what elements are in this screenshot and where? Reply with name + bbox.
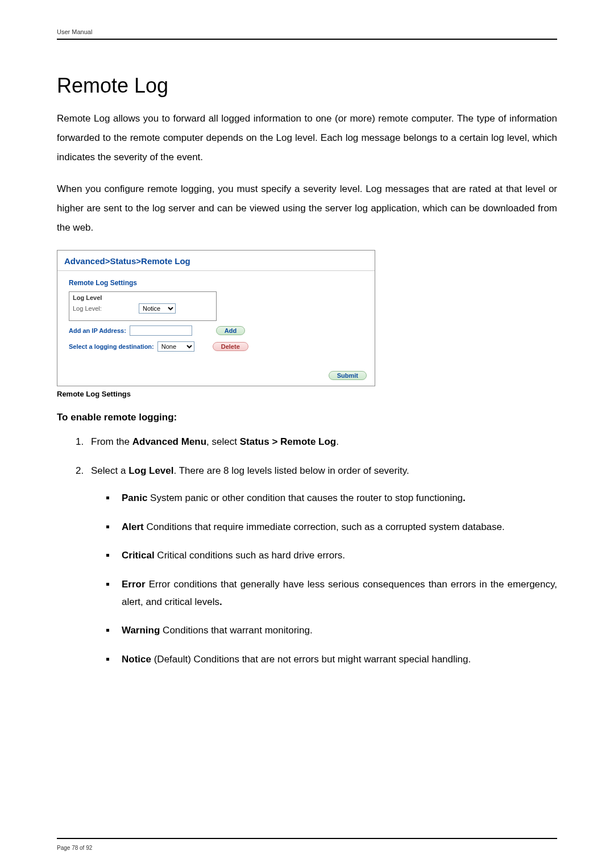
- alert-text: Conditions that require immediate correc…: [144, 521, 505, 532]
- error-text: Error conditions that generally have les…: [122, 579, 557, 607]
- intro-paragraph-2: When you configure remote logging, you m…: [57, 180, 557, 237]
- step2-bold: Log Level: [128, 465, 173, 476]
- step1-post: .: [336, 436, 339, 447]
- log-level-label: Log Level:: [73, 305, 135, 312]
- step2-post: . There are 8 log levels listed below in…: [174, 465, 409, 476]
- step1-bold2: Status > Remote Log: [240, 436, 337, 447]
- delete-button[interactable]: Delete: [213, 342, 248, 351]
- notice-text: (Default) Conditions that are not errors…: [151, 654, 471, 665]
- step2-text: Select a: [91, 465, 128, 476]
- alert-label: Alert: [122, 521, 144, 532]
- level-critical: Critical Critical conditions such as har…: [116, 547, 557, 565]
- procedure-heading: To enable remote logging:: [57, 412, 557, 423]
- level-error: Error Error conditions that generally ha…: [116, 576, 557, 611]
- log-levels-list: Panic System panic or other condition th…: [116, 490, 557, 668]
- level-alert: Alert Conditions that require immediate …: [116, 519, 557, 536]
- add-ip-label: Add an IP Address:: [69, 327, 126, 334]
- notice-label: Notice: [122, 654, 151, 665]
- level-panic: Panic System panic or other condition th…: [116, 490, 557, 507]
- warning-label: Warning: [122, 625, 160, 636]
- settings-screenshot: Advanced>Status>Remote Log Remote Log Se…: [57, 250, 375, 386]
- step1-mid: , select: [206, 436, 240, 447]
- critical-text: Critical conditions such as hard drive e…: [155, 550, 345, 561]
- step1-text: From the: [91, 436, 132, 447]
- page-title: Remote Log: [57, 74, 557, 98]
- panic-text: System panic or other condition that cau…: [147, 493, 463, 503]
- level-notice: Notice (Default) Conditions that are not…: [116, 651, 557, 669]
- add-ip-input[interactable]: [130, 326, 192, 336]
- page-number: Page 78 of 92: [57, 845, 92, 851]
- panic-dot: .: [463, 493, 466, 503]
- dest-label: Select a logging destination:: [69, 343, 154, 350]
- step-1: From the Advanced Menu, select Status > …: [86, 433, 557, 451]
- figure-caption: Remote Log Settings: [57, 390, 557, 398]
- step1-bold1: Advanced Menu: [132, 436, 206, 447]
- step-2: Select a Log Level. There are 8 log leve…: [86, 462, 557, 669]
- breadcrumb: Advanced>Status>Remote Log: [57, 251, 375, 271]
- header-title: User Manual: [57, 28, 92, 35]
- log-level-box: Log Level Log Level: Notice: [69, 291, 217, 321]
- procedure-list: From the Advanced Menu, select Status > …: [86, 433, 557, 668]
- level-warning: Warning Conditions that warrant monitori…: [116, 622, 557, 640]
- warning-text: Conditions that warrant monitoring.: [160, 625, 312, 636]
- dest-select[interactable]: None: [157, 341, 194, 352]
- page-header: User Manual: [57, 28, 557, 40]
- submit-button[interactable]: Submit: [329, 371, 367, 380]
- settings-section-title: Remote Log Settings: [69, 279, 363, 287]
- error-label: Error: [122, 579, 146, 590]
- add-button[interactable]: Add: [216, 326, 245, 335]
- page-footer: Page 78 of 92: [57, 838, 557, 851]
- panic-label: Panic: [122, 493, 147, 503]
- log-level-select[interactable]: Notice: [139, 303, 176, 314]
- error-dot: .: [219, 596, 222, 607]
- log-level-box-label: Log Level: [73, 294, 213, 301]
- intro-paragraph-1: Remote Log allows you to forward all log…: [57, 109, 557, 167]
- critical-label: Critical: [122, 550, 155, 561]
